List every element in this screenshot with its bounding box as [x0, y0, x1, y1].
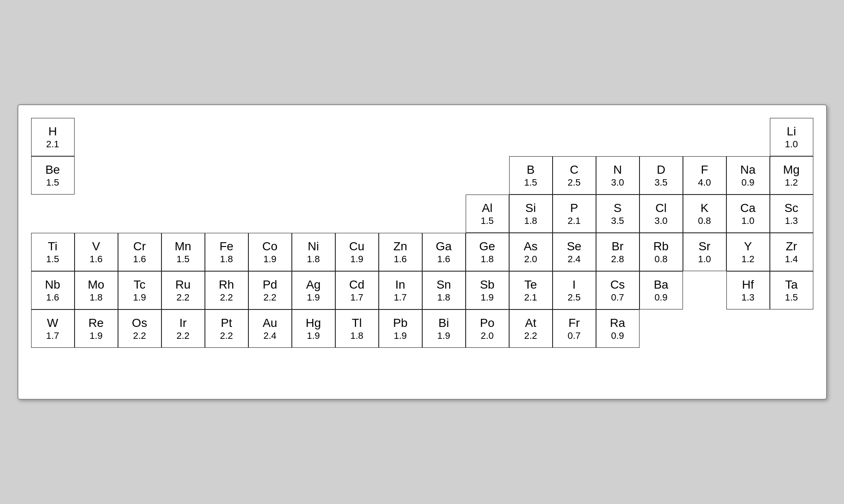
element-en: 3.0	[611, 177, 624, 188]
element-en: 1.6	[46, 292, 59, 303]
element-symbol: V	[92, 239, 100, 254]
element-mo: Mo 1.8	[75, 271, 118, 309]
element-en: 1.3	[785, 215, 798, 226]
element-en: 1.9	[89, 330, 103, 341]
element-f: F 4.0	[683, 156, 726, 195]
empty-cell	[422, 118, 466, 156]
element-en: 1.7	[394, 292, 407, 303]
empty-cell	[683, 309, 726, 348]
element-en: 2.1	[46, 139, 59, 150]
element-os: Os 2.2	[118, 309, 161, 348]
element-symbol: Sn	[436, 278, 451, 292]
element-ca: Ca 1.0	[726, 195, 770, 233]
element-symbol: Pd	[262, 278, 277, 292]
element-fe: Fe 1.8	[205, 233, 248, 271]
element-symbol: Cr	[133, 239, 146, 254]
empty-cell	[379, 195, 422, 233]
empty-cell	[205, 348, 248, 386]
element-co: Co 1.9	[248, 233, 292, 271]
element-hg: Hg 1.9	[292, 309, 335, 348]
element-na: Na 0.9	[726, 156, 770, 195]
element-en: 0.9	[611, 330, 624, 341]
element-en: 0.9	[741, 177, 755, 188]
element-symbol: In	[395, 278, 405, 292]
element-tl: Tl 1.8	[335, 309, 379, 348]
empty-cell	[770, 309, 813, 348]
element-en: 2.4	[263, 330, 277, 341]
element-zr: Zr 1.4	[770, 233, 813, 271]
element-ga: Ga 1.6	[422, 233, 466, 271]
element-en: 1.9	[350, 254, 363, 265]
element-si: Si 1.8	[509, 195, 553, 233]
element-en: 1.7	[350, 292, 363, 303]
empty-cell	[466, 348, 509, 386]
element-symbol: I	[573, 278, 576, 292]
element-symbol: Li	[787, 124, 796, 139]
empty-cell	[422, 156, 466, 195]
empty-cell	[75, 156, 118, 195]
element-symbol: Be	[45, 163, 60, 177]
empty-cell	[379, 156, 422, 195]
element-au: Au 2.4	[248, 309, 292, 348]
element-symbol: B	[527, 163, 535, 177]
element-zn: Zn 1.6	[379, 233, 422, 271]
element-ni: Ni 1.8	[292, 233, 335, 271]
element-symbol: Cu	[349, 239, 365, 254]
element-en: 0.8	[654, 254, 668, 265]
element-ru: Ru 2.2	[161, 271, 205, 309]
element-d: D 3.5	[639, 156, 683, 195]
empty-cell	[639, 309, 683, 348]
element-symbol: Ru	[176, 278, 191, 292]
element-symbol: Nb	[45, 278, 60, 292]
element-b: B 1.5	[509, 156, 553, 195]
empty-cell	[422, 348, 466, 386]
empty-cell	[335, 156, 379, 195]
element-sr: Sr 1.0	[683, 233, 726, 271]
empty-cell	[118, 118, 161, 156]
element-en: 1.0	[698, 254, 711, 265]
empty-cell	[292, 348, 335, 386]
element-en: 1.5	[46, 177, 59, 188]
empty-cell	[205, 195, 248, 233]
empty-cell	[379, 118, 422, 156]
element-en: 2.1	[567, 215, 581, 226]
empty-cell	[248, 195, 292, 233]
element-ag: Ag 1.9	[292, 271, 335, 309]
element-en: 1.6	[394, 254, 407, 265]
empty-cell	[31, 348, 75, 386]
element-ir: Ir 2.2	[161, 309, 205, 348]
element-en: 1.8	[307, 254, 320, 265]
element-mn: Mn 1.5	[161, 233, 205, 271]
element-ba: Ba 0.9	[639, 271, 683, 309]
element-sn: Sn 1.8	[422, 271, 466, 309]
element-symbol: Si	[525, 201, 536, 215]
empty-cell	[466, 118, 509, 156]
element-en: 3.5	[654, 177, 668, 188]
element-symbol: Mn	[175, 239, 191, 254]
element-en: 1.5	[481, 215, 494, 226]
element-symbol: Ta	[785, 278, 798, 292]
element-s: S 3.5	[596, 195, 639, 233]
empty-cell	[422, 195, 466, 233]
element-en: 2.5	[567, 292, 581, 303]
element-fr: Fr 0.7	[553, 309, 596, 348]
element-en: 2.2	[220, 330, 233, 341]
element-en: 0.7	[611, 292, 624, 303]
element-symbol: Ga	[436, 239, 452, 254]
element-en: 2.2	[220, 292, 233, 303]
element-symbol: Ra	[610, 316, 625, 330]
element-en: 0.9	[654, 292, 668, 303]
element-en: 2.4	[567, 254, 581, 265]
element-po: Po 2.0	[466, 309, 509, 348]
element-en: 3.5	[611, 215, 624, 226]
element-en: 1.8	[481, 254, 494, 265]
element-in: In 1.7	[379, 271, 422, 309]
element-symbol: C	[570, 163, 578, 177]
element-en: 1.6	[437, 254, 450, 265]
element-tc: Tc 1.9	[118, 271, 161, 309]
element-en: 1.0	[741, 215, 755, 226]
element-symbol: Re	[89, 316, 104, 330]
element-en: 1.8	[524, 215, 537, 226]
element-en: 1.8	[220, 254, 233, 265]
element-en: 2.8	[611, 254, 624, 265]
